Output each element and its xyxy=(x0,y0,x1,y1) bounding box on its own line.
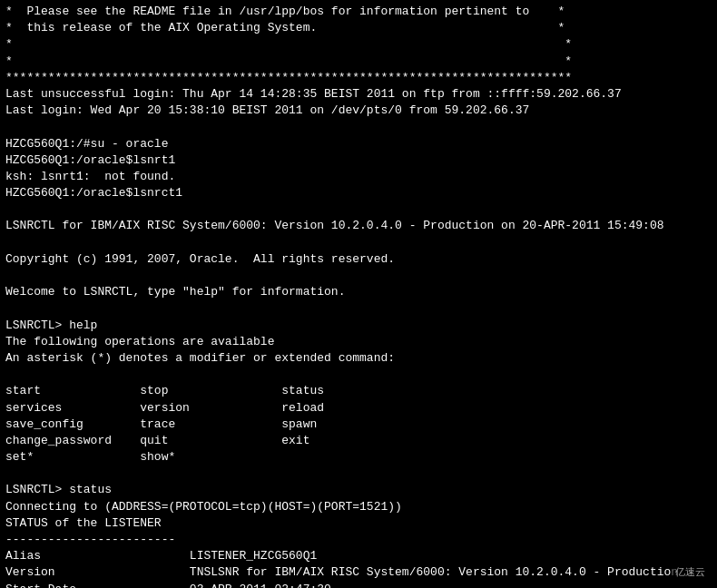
terminal-output[interactable]: * Please see the README file in /usr/lpp… xyxy=(0,0,717,588)
